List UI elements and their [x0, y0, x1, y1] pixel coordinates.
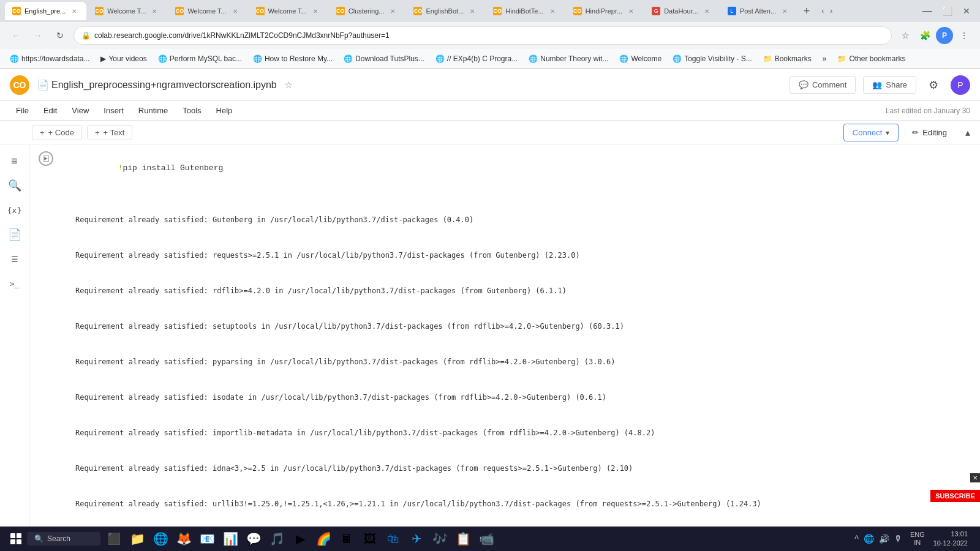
tab-welcome1[interactable]: CO Welcome T... ✕: [88, 2, 167, 20]
taskbar-chrome[interactable]: 🌈: [312, 528, 334, 550]
tab-close-button[interactable]: ✕: [548, 6, 557, 16]
tab-close-button[interactable]: ✕: [780, 6, 790, 16]
tab-scroll-left[interactable]: ‹: [819, 4, 826, 18]
tab-clustering[interactable]: CO Clustering... ✕: [329, 2, 405, 20]
maximize-button[interactable]: ⬜: [938, 2, 956, 20]
comment-button[interactable]: 💬 Comment: [790, 76, 856, 94]
tab-hindiprepr[interactable]: CO HindiPrepr... ✕: [566, 2, 644, 20]
share-button[interactable]: 👥 Share: [863, 76, 916, 94]
add-text-button[interactable]: + + Text: [87, 125, 132, 140]
taskbar-fileexplorer[interactable]: 📁: [126, 528, 148, 550]
tray-chevron-icon[interactable]: ^: [853, 533, 860, 545]
menu-runtime[interactable]: Runtime: [132, 103, 174, 118]
minimize-button[interactable]: —: [919, 2, 936, 20]
tab-welcome3[interactable]: CO Welcome T... ✕: [249, 2, 328, 20]
star-button[interactable]: ☆: [284, 79, 293, 91]
settings-button[interactable]: ⚙: [924, 75, 943, 95]
taskbar-videos[interactable]: ▶: [289, 528, 311, 550]
tab-close-button[interactable]: ✕: [388, 6, 398, 16]
language-indicator[interactable]: ENGIN: [908, 530, 927, 548]
user-avatar[interactable]: P: [951, 75, 970, 95]
sidebar-terminal-icon[interactable]: >_: [4, 272, 26, 294]
tab-postatten[interactable]: L Post Atten... ✕: [720, 2, 797, 20]
sidebar-search-icon[interactable]: 🔍: [4, 174, 26, 197]
taskbar-firefox[interactable]: 🦊: [173, 528, 195, 550]
bookmark-welcome[interactable]: 🌐 Welcome: [614, 53, 666, 64]
taskbar-store[interactable]: 🛍: [382, 528, 404, 550]
tab-close-button[interactable]: ✕: [311, 6, 320, 16]
taskbar-windows-button[interactable]: [5, 528, 27, 550]
menu-view[interactable]: View: [66, 103, 95, 118]
close-window-button[interactable]: ✕: [958, 2, 975, 20]
bookmark-toggle[interactable]: 🌐 Toggle Visibility - S...: [668, 53, 757, 64]
taskbar-itunes[interactable]: 🎶: [429, 528, 451, 550]
taskbar-zoom[interactable]: 📹: [475, 528, 497, 550]
tab-welcome2[interactable]: CO Welcome T... ✕: [168, 2, 247, 20]
bookmark-numbertheory[interactable]: 🌐 Number Theory wit...: [524, 53, 613, 64]
taskbar-spotify[interactable]: 🎵: [266, 528, 288, 550]
collapse-panel-button[interactable]: ▴: [960, 124, 975, 141]
tab-close-button[interactable]: ✕: [149, 6, 159, 16]
tab-english-pre[interactable]: CO English_pre... ✕: [5, 2, 86, 20]
add-code-button[interactable]: + + Code: [32, 125, 82, 140]
tab-scroll-right[interactable]: ›: [827, 4, 835, 18]
tab-datahour[interactable]: G DataHour... ✕: [644, 2, 719, 20]
bookmark-towardsdata[interactable]: 🌐 https://towardsdata...: [5, 53, 94, 64]
forward-button[interactable]: →: [29, 27, 47, 44]
tab-close-button[interactable]: ✕: [230, 6, 240, 16]
tab-close-button[interactable]: ✕: [702, 6, 712, 16]
tray-sound-icon[interactable]: 🔊: [878, 533, 891, 545]
editing-button[interactable]: ✏ Editing: [903, 124, 956, 141]
sidebar-table-icon[interactable]: ☰: [4, 248, 26, 270]
bookmark-restore[interactable]: 🌐 How to Restore My...: [248, 53, 337, 64]
taskbar-telegram[interactable]: ✈: [405, 528, 428, 550]
chrome-menu-button[interactable]: ⋮: [956, 27, 973, 44]
new-tab-button[interactable]: +: [798, 2, 815, 20]
bookmark-other[interactable]: 📁 Other bookmarks: [832, 53, 910, 64]
bookmark-bookmarks[interactable]: 📁 Bookmarks: [758, 53, 816, 64]
notebook-title[interactable]: English_preprocessing+ngramvectorscreati…: [51, 80, 277, 91]
clock-display[interactable]: 13:01 10-12-2022: [931, 528, 970, 550]
menu-help[interactable]: Help: [210, 103, 239, 118]
bookmark-star-button[interactable]: ☆: [897, 27, 914, 44]
tab-englishbot[interactable]: CO EnglishBot... ✕: [406, 2, 484, 20]
cell-1-code[interactable]: !pip install Gutenberg: [56, 148, 975, 189]
connect-button[interactable]: Connect ▾: [843, 124, 899, 141]
menu-tools[interactable]: Tools: [176, 103, 207, 118]
tab-close-button[interactable]: ✕: [626, 6, 636, 16]
run-button-cell1[interactable]: [36, 149, 56, 168]
subscribe-button[interactable]: SUBSCRIBE: [930, 490, 980, 502]
bookmark-yourvideos[interactable]: ▶ Your videos: [96, 53, 151, 64]
run-circle-cell1[interactable]: [39, 151, 53, 166]
sidebar-files-icon[interactable]: 📄: [4, 223, 26, 246]
menu-insert[interactable]: Insert: [97, 103, 130, 118]
tab-hindibot[interactable]: CO HindiBotTe... ✕: [486, 2, 564, 20]
menu-edit[interactable]: Edit: [37, 103, 63, 118]
tray-network-icon[interactable]: 🌐: [862, 533, 875, 545]
menu-file[interactable]: File: [10, 103, 35, 118]
taskbar-teams[interactable]: 💬: [243, 528, 265, 550]
taskbar-photos[interactable]: 🖼: [359, 528, 381, 550]
bookmark-download[interactable]: 🌐 Download TutsPlus...: [339, 53, 429, 64]
profile-button[interactable]: P: [936, 27, 953, 44]
back-button[interactable]: ←: [7, 27, 24, 44]
taskbar-outlook[interactable]: 📧: [196, 528, 218, 550]
tab-close-button[interactable]: ✕: [69, 6, 79, 16]
taskbar-powerpoint[interactable]: 📊: [219, 528, 241, 550]
close-subscribe-button[interactable]: ✕: [970, 473, 980, 482]
taskbar-taskview[interactable]: ⬛: [103, 528, 125, 550]
taskbar-search-box[interactable]: 🔍 Search: [27, 532, 100, 545]
sidebar-menu-icon[interactable]: ≡: [4, 150, 26, 172]
sidebar-variables-icon[interactable]: {x}: [4, 199, 26, 221]
taskbar-calculator[interactable]: 🖩: [336, 528, 358, 550]
bookmark-mysql[interactable]: 🌐 Perform MySQL bac...: [153, 53, 247, 64]
tab-close-button[interactable]: ✕: [467, 6, 477, 16]
extensions-button[interactable]: 🧩: [916, 27, 933, 44]
reload-button[interactable]: ↻: [51, 27, 69, 44]
taskbar-edge[interactable]: 🌐: [149, 528, 172, 550]
tray-mic-icon[interactable]: 🎙: [893, 533, 904, 545]
taskbar-presentation[interactable]: 📋: [452, 528, 474, 550]
url-bar[interactable]: 🔒 colab.research.google.com/drive/1kRNwK…: [74, 26, 892, 45]
bookmark-more[interactable]: »: [818, 53, 832, 64]
bookmark-exp4b[interactable]: 🌐 // EXp4(b) C Progra...: [431, 53, 522, 64]
